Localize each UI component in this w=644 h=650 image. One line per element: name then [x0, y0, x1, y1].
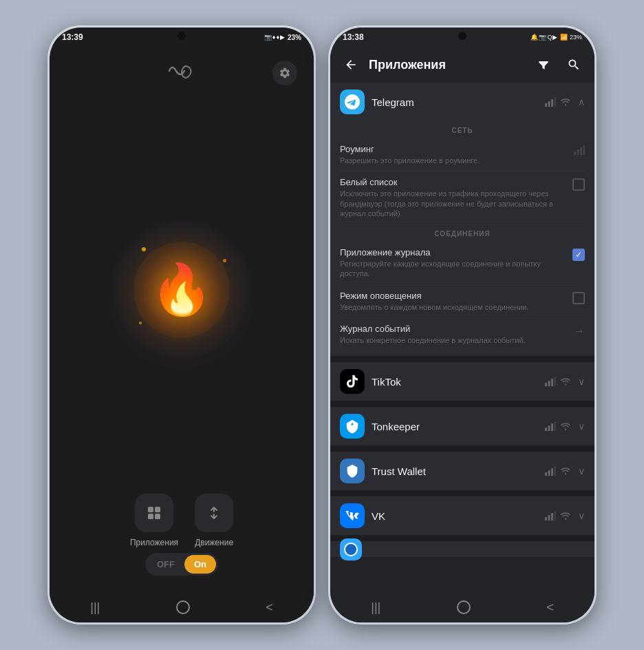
checkmark-icon: ✓ — [575, 250, 582, 260]
whitelist-desc: Исключить это приложение из трафика прох… — [340, 189, 566, 218]
filter-button[interactable] — [531, 52, 556, 77]
connections-section-label: СОЕДИНЕНИЯ — [340, 224, 585, 242]
tiktok-wifi-icon — [560, 377, 571, 386]
event-log-setting: Журнал событий Искать конкретное соедине… — [340, 318, 585, 350]
alert-mode-control[interactable] — [572, 291, 585, 304]
partial-app-icon — [340, 538, 362, 560]
whitelist-checkbox[interactable] — [572, 178, 585, 191]
arrow-right-icon: → — [574, 325, 585, 337]
apps-nav-label: Приложения — [130, 538, 178, 547]
left-nav-back[interactable]: < — [260, 595, 279, 620]
flame-background: 🔥 — [113, 221, 250, 359]
app-log-desc: Регистрируйте каждое исходящее соединени… — [340, 259, 566, 279]
tiktok-header[interactable]: TikTok ∨ — [330, 362, 594, 401]
whitelist-control[interactable] — [572, 177, 585, 191]
vk-signal-icons — [545, 511, 571, 521]
svg-rect-4 — [545, 103, 547, 107]
gap-line-3 — [330, 446, 594, 452]
left-nav-recent[interactable]: ||| — [85, 595, 105, 620]
left-phone: 13:39 📷♦♦▶ 23% — [47, 25, 316, 625]
vk-wifi-icon — [560, 511, 571, 521]
whitelist-title: Белый список — [340, 177, 566, 187]
tonkeeper-app-item: Tonkeeper ∨ — [330, 407, 594, 446]
trust-header[interactable]: Trust Wallet ∨ — [330, 452, 594, 490]
toggle-row: OFF On — [145, 553, 218, 576]
vk-signal-icon — [545, 511, 556, 521]
svg-rect-13 — [548, 381, 550, 386]
app-log-checkbox[interactable]: ✓ — [572, 249, 585, 261]
app-logo — [165, 61, 198, 85]
app-list-header: Приложения — [330, 47, 594, 83]
right-phone: 13:38 🔔📷Q▶ 📶 23% Приложения — [328, 25, 597, 625]
svg-rect-8 — [574, 151, 576, 155]
svg-rect-22 — [551, 468, 553, 476]
app-log-control[interactable]: ✓ — [572, 247, 585, 261]
event-log-text: Журнал событий Искать конкретное соедине… — [340, 324, 567, 345]
alert-mode-desc: Уведомлять о каждом новом исходящем соед… — [340, 302, 566, 312]
right-status-bar: 13:38 🔔📷Q▶ 📶 23% — [330, 28, 594, 47]
telegram-signal-icons — [545, 97, 571, 107]
event-log-title: Журнал событий — [340, 324, 567, 334]
alert-mode-checkbox[interactable] — [572, 292, 585, 304]
search-button[interactable] — [561, 52, 586, 77]
alert-mode-title: Режим оповещения — [340, 291, 566, 301]
svg-rect-11 — [583, 145, 586, 155]
tiktok-expand-icon[interactable]: ∨ — [578, 376, 585, 387]
tiktok-signal-icons — [545, 377, 571, 386]
trust-signal-icon — [545, 466, 556, 476]
right-nav-recent[interactable]: ||| — [365, 595, 386, 620]
tonkeeper-signal-icon — [545, 421, 556, 431]
tonkeeper-header[interactable]: Tonkeeper ∨ — [330, 407, 594, 445]
vk-expand-icon[interactable]: ∨ — [578, 510, 585, 521]
left-time: 13:39 — [62, 32, 83, 42]
signal-bars-icon — [545, 97, 556, 107]
tonkeeper-expand-icon[interactable]: ∨ — [578, 421, 585, 432]
svg-rect-12 — [545, 383, 547, 386]
roaming-title: Роуминг — [340, 144, 567, 154]
svg-rect-1 — [155, 507, 160, 512]
app-log-setting: Приложение журнала Регистрируйте каждое … — [340, 242, 585, 285]
apps-nav-button[interactable]: Приложения — [130, 494, 178, 547]
svg-rect-26 — [551, 513, 553, 521]
toggle-switch[interactable]: OFF On — [145, 553, 218, 576]
svg-rect-6 — [551, 99, 553, 107]
svg-rect-15 — [555, 377, 557, 386]
telegram-expanded-content: СЕТЬ Роуминг Разрешить это приложение в … — [330, 121, 594, 356]
telegram-app-item: Telegram ∧ — [330, 83, 594, 357]
right-nav-back[interactable]: < — [541, 595, 559, 620]
vk-header[interactable]: VK ∨ — [330, 496, 594, 535]
toggle-off-label: OFF — [147, 555, 184, 574]
back-button[interactable] — [339, 52, 363, 77]
tiktok-name: TikTok — [372, 376, 538, 388]
svg-rect-16 — [545, 428, 547, 431]
logo-area — [50, 61, 314, 85]
event-log-control[interactable]: → — [574, 324, 585, 337]
right-time: 13:38 — [343, 32, 364, 42]
movement-nav-label: Движение — [195, 538, 233, 547]
left-battery: 23% — [288, 34, 301, 41]
app-log-title: Приложение журнала — [340, 247, 566, 258]
roaming-signal-icon — [574, 145, 585, 155]
left-nav-home[interactable] — [176, 600, 190, 614]
trust-expand-icon[interactable]: ∨ — [578, 465, 585, 476]
roaming-setting: Роуминг Разрешить это приложение в роуми… — [340, 138, 585, 171]
gap-line-5 — [330, 536, 594, 541]
tonkeeper-name: Tonkeeper — [372, 421, 538, 432]
settings-button[interactable] — [272, 61, 297, 85]
svg-rect-0 — [148, 507, 153, 512]
telegram-name: Telegram — [372, 96, 538, 108]
right-signal: 📶 23% — [560, 34, 582, 41]
svg-rect-10 — [580, 147, 582, 155]
left-status-icons: 📷♦♦▶ 23% — [264, 34, 301, 41]
telegram-expand-icon[interactable]: ∧ — [578, 96, 585, 107]
left-content-area: 🔥 — [50, 47, 314, 592]
tonkeeper-wifi-icon — [560, 421, 571, 431]
app-log-text: Приложение журнала Регистрируйте каждое … — [340, 247, 566, 279]
right-nav-home[interactable] — [457, 600, 471, 614]
movement-nav-button[interactable]: Движение — [195, 494, 233, 547]
telegram-header[interactable]: Telegram ∧ — [330, 83, 594, 121]
right-camera-notch — [458, 32, 466, 40]
whitelist-text: Белый список Исключить это приложение из… — [340, 177, 566, 218]
tiktok-app-item: TikTok ∨ — [330, 362, 594, 401]
svg-rect-7 — [555, 97, 557, 107]
